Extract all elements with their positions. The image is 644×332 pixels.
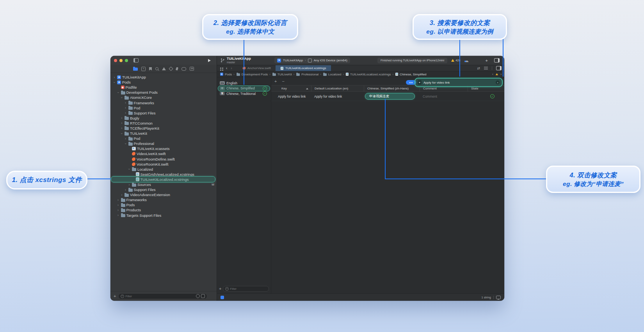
cell-key[interactable]: Apply for video link — [271, 92, 311, 101]
file-tree-row[interactable]: ›TUILiveKit — [110, 131, 217, 136]
next-issue-icon[interactable]: › — [500, 72, 502, 76]
file-tree-row[interactable]: ›VideoAdvanceExtension — [110, 192, 217, 197]
file-tree-row[interactable]: ›Pod — [110, 136, 217, 141]
test-navigator-icon[interactable] — [169, 66, 173, 71]
report-navigator-icon[interactable] — [190, 67, 194, 71]
add-string-button[interactable]: + — [274, 79, 277, 84]
minimap-icon[interactable] — [484, 68, 488, 68]
breadcrumb-item[interactable]: Localized — [323, 72, 342, 76]
file-tree-row[interactable]: ›RTCCommon — [110, 121, 217, 126]
disclosure-chevron-icon[interactable]: › — [124, 101, 127, 104]
file-tree-row[interactable]: TUILiveKit.xcassets — [110, 146, 217, 151]
disclosure-chevron-icon[interactable]: › — [124, 188, 127, 191]
column-header-key[interactable]: Key — [271, 86, 311, 91]
column-header-chinese-simplified-zh-hans-[interactable]: Chinese, Simplified (zh-Hans) — [364, 86, 420, 91]
file-tree-row[interactable]: ›Professional — [110, 141, 217, 146]
file-tree-row[interactable]: ›Bugly — [110, 116, 217, 121]
disclosure-chevron-icon[interactable]: › — [124, 106, 127, 109]
file-tree-row[interactable]: SeatGridViewLocalized.xcstrings — [110, 172, 217, 177]
close-button[interactable] — [114, 59, 117, 62]
breadcrumb-item[interactable]: TUILiveKitLocalized.xcstrings — [345, 72, 391, 76]
minimize-button[interactable] — [119, 59, 123, 62]
disclosure-chevron-icon[interactable]: › — [128, 168, 131, 171]
breakpoint-navigator-icon[interactable] — [181, 67, 186, 71]
disclosure-chevron-icon[interactable]: › — [117, 209, 120, 212]
disclosure-chevron-icon[interactable]: › — [120, 116, 123, 120]
disclosure-chevron-icon[interactable]: › — [117, 203, 120, 207]
file-tree-row[interactable]: VoiceRoomKit.swift — [110, 162, 217, 167]
add-language-button[interactable]: + — [219, 287, 221, 291]
disclosure-chevron-icon[interactable]: › — [124, 142, 127, 145]
file-tree-row[interactable]: ›Targets Support Files — [110, 213, 217, 218]
debug-navigator-icon[interactable] — [176, 67, 178, 70]
issue-navigator-icon[interactable] — [162, 67, 166, 70]
bookmark-navigator-icon[interactable] — [149, 67, 152, 71]
file-tree-row[interactable]: ›Pods — [110, 80, 217, 85]
disclosure-chevron-icon[interactable]: › — [120, 132, 123, 135]
zoom-button[interactable] — [125, 59, 128, 62]
disclosure-chevron-icon[interactable]: › — [124, 137, 127, 140]
file-tree-row[interactable]: ›Support Files — [110, 187, 217, 192]
source-control-filter-icon[interactable] — [201, 294, 205, 298]
table-row[interactable]: Apply for video linkApply for video link… — [271, 92, 504, 101]
file-tree-row[interactable]: ›Development Pods — [110, 90, 217, 95]
disclosure-chevron-icon[interactable]: › — [113, 81, 116, 84]
disclosure-chevron-icon[interactable]: › — [117, 214, 120, 217]
disclosure-chevron-icon[interactable]: › — [120, 127, 123, 130]
inspector-toggle-icon[interactable] — [494, 58, 500, 62]
breadcrumb-item[interactable]: Professional — [296, 72, 318, 76]
disclosure-chevron-icon[interactable]: › — [120, 121, 123, 125]
file-tree-row[interactable]: ›AtomicXCore — [110, 95, 217, 100]
device-preview-icon[interactable] — [496, 296, 501, 299]
file-tree-row[interactable]: ›Support Files — [110, 111, 217, 116]
disclosure-chevron-icon[interactable]: › — [113, 76, 116, 79]
file-tree-row[interactable]: ›Localized — [110, 167, 217, 172]
disclosure-chevron-icon[interactable]: › — [128, 183, 131, 186]
language-row[interactable]: 繁Chinese, Traditional — [217, 91, 271, 96]
cell-comment[interactable]: Comment — [420, 92, 468, 101]
file-tree-row[interactable]: ›Frameworks — [110, 100, 217, 105]
file-tree-row[interactable]: ›TCEffectPlayerKit — [110, 126, 217, 131]
disclosure-chevron-icon[interactable]: › — [124, 111, 127, 114]
file-tree-row[interactable]: ›Products — [110, 207, 217, 212]
cell-default-localization[interactable]: Apply for video link — [311, 92, 364, 101]
scheme-selector[interactable]: TUILiveKitApp › Any iOS Device (arm64) — [274, 57, 350, 63]
breadcrumb-item[interactable]: Chinese, Simplified — [395, 72, 426, 76]
file-tree-row[interactable]: VideoLiveKit.swift — [110, 151, 217, 156]
column-header-default-localization-en-[interactable]: Default Localization (en) — [311, 86, 364, 91]
file-tree-row[interactable]: ›Frameworks — [110, 197, 217, 202]
file-tree-row[interactable]: ›SourcesM — [110, 182, 217, 187]
breadcrumb-item[interactable]: Development Pods — [236, 72, 268, 76]
library-add-icon[interactable]: + — [486, 58, 488, 63]
back-icon[interactable]: ‹ — [226, 66, 227, 70]
cell-zh-hans[interactable]: 申请视频连麦 — [364, 92, 420, 101]
project-block[interactable]: TUILiveKitApp master — [227, 57, 251, 64]
changes-navigator-icon[interactable] — [141, 67, 146, 71]
disclosure-chevron-icon[interactable]: › — [117, 91, 120, 94]
sidebar-toggle-icon[interactable] — [133, 58, 139, 62]
file-tree-row[interactable]: ›Pod — [110, 105, 217, 111]
project-navigator-icon[interactable] — [133, 68, 138, 71]
breadcrumb-item[interactable]: TUILiveKit — [272, 72, 292, 76]
file-tree-row[interactable]: Podfile — [110, 85, 217, 90]
sidebar-filter-field[interactable]: Filter — [118, 293, 207, 299]
highlighted-translation-cell[interactable]: 申请视频连麦 — [365, 93, 415, 100]
search-field[interactable]: Apply for video link × — [415, 78, 503, 87]
file-tree-row[interactable]: ›Pods — [110, 202, 217, 207]
find-navigator-icon[interactable] — [155, 67, 158, 70]
run-button[interactable] — [208, 59, 211, 62]
related-items-icon[interactable] — [220, 68, 221, 69]
file-tree-row[interactable]: TUILiveKitLocalized.xcstrings — [110, 177, 217, 182]
disclosure-chevron-icon[interactable]: › — [120, 193, 123, 196]
tab-active[interactable]: TUILiveKitLocalized.xcstrings — [276, 65, 331, 71]
file-tree-row[interactable]: VoiceRoomDefine.swift — [110, 157, 217, 162]
disclosure-chevron-icon[interactable]: › — [117, 198, 120, 202]
previous-issue-icon[interactable]: ‹ — [492, 72, 493, 76]
swap-editor-icon[interactable]: ⇄ — [477, 66, 480, 70]
add-editor-icon[interactable] — [496, 66, 502, 70]
add-file-button[interactable]: + — [114, 294, 116, 298]
remove-string-button[interactable]: − — [282, 79, 284, 84]
search-options-chevron-icon[interactable] — [418, 80, 422, 85]
breadcrumb-item[interactable]: Pods — [220, 72, 232, 76]
file-tree-row[interactable]: ›TUILiveKitApp — [110, 75, 217, 80]
